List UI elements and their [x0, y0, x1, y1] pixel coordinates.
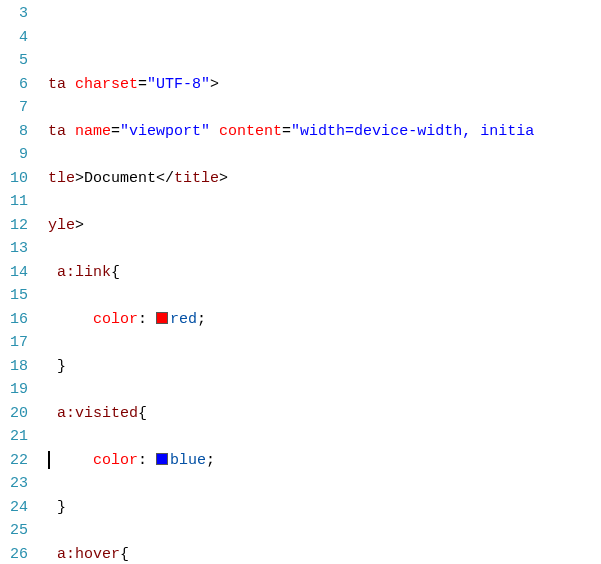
punct-token: = — [111, 123, 120, 140]
value-token: red — [170, 311, 197, 328]
code-line: color: blue; — [48, 449, 601, 473]
line-number: 23 — [0, 472, 28, 496]
line-number: 10 — [0, 167, 28, 191]
line-number: 25 — [0, 519, 28, 543]
selector-token: a:visited — [57, 405, 138, 422]
property-token: color — [93, 311, 138, 328]
line-number: 9 — [0, 143, 28, 167]
line-number: 16 — [0, 308, 28, 332]
string-token: "width=device-width, initia — [291, 123, 534, 140]
line-number: 15 — [0, 284, 28, 308]
line-number: 24 — [0, 496, 28, 520]
line-number: 17 — [0, 331, 28, 355]
code-line: } — [48, 355, 601, 379]
code-line: a:hover{ — [48, 543, 601, 565]
attr-token: charset — [75, 76, 138, 93]
code-line: tle>Document</title> — [48, 167, 601, 191]
code-line — [48, 26, 601, 50]
line-number: 20 — [0, 402, 28, 426]
line-number: 13 — [0, 237, 28, 261]
text-token: Document — [84, 170, 156, 187]
line-number: 7 — [0, 96, 28, 120]
color-swatch-icon — [156, 453, 168, 465]
selector-token: a:link — [57, 264, 111, 281]
line-number: 4 — [0, 26, 28, 50]
text-cursor — [48, 451, 50, 469]
code-area[interactable]: ta charset="UTF-8"> ta name="viewport" c… — [48, 0, 601, 564]
line-number: 19 — [0, 378, 28, 402]
line-number: 21 — [0, 425, 28, 449]
tag-token: yle — [48, 217, 75, 234]
code-line: ta name="viewport" content="width=device… — [48, 120, 601, 144]
code-line: ta charset="UTF-8"> — [48, 73, 601, 97]
tag-token: ta — [48, 123, 75, 140]
selector-token: a:hover — [57, 546, 120, 563]
line-number: 26 — [0, 543, 28, 565]
line-number: 3 — [0, 2, 28, 26]
line-number: 11 — [0, 190, 28, 214]
attr-token: name — [75, 123, 111, 140]
line-number: 8 — [0, 120, 28, 144]
code-line: a:link{ — [48, 261, 601, 285]
color-swatch-icon — [156, 312, 168, 324]
code-line: color: red; — [48, 308, 601, 332]
attr-token: content — [219, 123, 282, 140]
line-number: 22 — [0, 449, 28, 473]
tag-token: tle — [48, 170, 75, 187]
line-number-gutter: 3456789101112131415161718192021222324252… — [0, 0, 48, 564]
line-number: 18 — [0, 355, 28, 379]
code-line: } — [48, 496, 601, 520]
string-token: "viewport" — [120, 123, 210, 140]
punct-token: > — [210, 76, 219, 93]
line-number: 12 — [0, 214, 28, 238]
code-line: yle> — [48, 214, 601, 238]
tag-token: ta — [48, 76, 75, 93]
string-token: "UTF-8" — [147, 76, 210, 93]
punct-token: = — [138, 76, 147, 93]
code-line: a:visited{ — [48, 402, 601, 426]
line-number: 5 — [0, 49, 28, 73]
property-token: color — [93, 452, 138, 469]
code-editor[interactable]: 3456789101112131415161718192021222324252… — [0, 0, 601, 564]
line-number: 14 — [0, 261, 28, 285]
value-token: blue — [170, 452, 206, 469]
tag-token: title — [174, 170, 219, 187]
line-number: 6 — [0, 73, 28, 97]
